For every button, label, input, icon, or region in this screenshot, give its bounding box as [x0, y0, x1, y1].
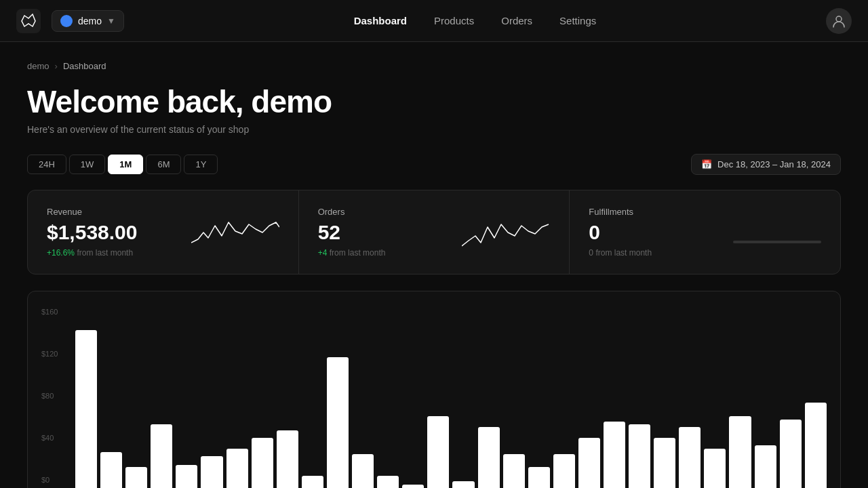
y-label-0: $0 [41, 476, 58, 484]
metrics-row: Revenue $1,538.00 +16.6% from last month… [27, 190, 841, 274]
bar-item [352, 454, 374, 488]
nav-link-orders[interactable]: Orders [501, 15, 532, 26]
chevron-down-icon: ▼ [107, 16, 115, 26]
navbar: demo ▼ Dashboard Products Orders Setting… [0, 0, 868, 42]
bar-item [578, 438, 600, 488]
metric-card-revenue: Revenue $1,538.00 +16.6% from last month [28, 190, 299, 274]
date-range-picker[interactable]: 📅 Dec 18, 2023 – Jan 18, 2024 [691, 154, 841, 175]
nav-links: Dashboard Products Orders Settings [354, 15, 597, 26]
bar-item [452, 481, 474, 488]
metric-label-revenue: Revenue [47, 207, 137, 217]
metric-value-fulfillments: 0 [589, 221, 652, 244]
bar-item [377, 476, 399, 488]
bar-item [151, 424, 172, 488]
bar-item [780, 420, 802, 488]
logo-icon[interactable] [16, 9, 41, 33]
metric-change-amount: +16.6% [47, 248, 75, 258]
user-avatar[interactable] [826, 8, 852, 34]
metric-change-orders: +4 from last month [318, 248, 386, 258]
time-btn-6m[interactable]: 6M [146, 155, 181, 174]
metric-change-suffix-orders: from last month [330, 248, 386, 258]
nav-link-products[interactable]: Products [434, 15, 474, 26]
sparkline-revenue [191, 212, 279, 253]
time-btn-1y[interactable]: 1Y [184, 155, 218, 174]
store-selector[interactable]: demo ▼ [52, 10, 124, 32]
metric-change-revenue: +16.6% from last month [47, 248, 137, 258]
time-btn-24h[interactable]: 24H [27, 155, 66, 174]
metric-info-fulfillments: Fulfillments 0 0 from last month [589, 207, 652, 258]
bar-item [528, 467, 550, 488]
sparkline-orders [462, 212, 550, 253]
store-name: demo [78, 16, 102, 26]
main-content: demo › Dashboard Welcome back, demo Here… [0, 42, 868, 488]
y-label-80: $80 [41, 392, 58, 400]
metric-change-suffix: from last month [77, 248, 133, 258]
metric-card-fulfillments: Fulfillments 0 0 from last month [570, 190, 840, 274]
bar-item [402, 485, 424, 488]
metric-card-orders: Orders 52 +4 from last month [299, 190, 570, 274]
svg-point-1 [836, 16, 842, 22]
metric-change-amount-fulfillments: 0 [589, 248, 593, 258]
bar-item [201, 456, 222, 488]
bar-item [226, 449, 248, 488]
bar-item [478, 427, 500, 488]
bar-item [277, 430, 298, 488]
bar-item [327, 357, 349, 488]
bar-item [75, 330, 97, 488]
metric-label-orders: Orders [318, 207, 386, 217]
date-range-label: Dec 18, 2023 – Jan 18, 2024 [717, 159, 831, 169]
y-label-120: $120 [41, 350, 58, 358]
metric-value-revenue: $1,538.00 [47, 221, 137, 244]
filters-row: 24H 1W 1M 6M 1Y 📅 Dec 18, 2023 – Jan 18,… [27, 154, 841, 175]
time-btn-1w[interactable]: 1W [69, 155, 106, 174]
breadcrumb-sep: › [55, 61, 58, 71]
bar-chart: $0 $40 $80 $120 $160 [27, 291, 841, 488]
bar-item [604, 422, 625, 488]
y-label-40: $40 [41, 434, 58, 442]
bar-item [252, 438, 273, 488]
bar-item [125, 467, 147, 488]
nav-left: demo ▼ [16, 9, 124, 33]
bar-item [704, 449, 726, 488]
chart-bars-area [75, 308, 827, 488]
metric-value-orders: 52 [318, 221, 386, 244]
bar-item [302, 476, 323, 488]
bar-item [503, 454, 525, 488]
metric-change-amount-orders: +4 [318, 248, 328, 258]
sparkline-fulfillments [733, 241, 821, 243]
breadcrumb-root: demo [27, 61, 50, 71]
nav-right [826, 8, 852, 34]
nav-link-dashboard[interactable]: Dashboard [354, 15, 407, 26]
page-subtitle: Here's an overview of the current status… [27, 124, 841, 135]
svg-rect-0 [16, 9, 41, 33]
chart-y-labels: $0 $40 $80 $120 $160 [41, 308, 58, 484]
bar-item [553, 454, 575, 488]
breadcrumb-current: Dashboard [63, 61, 106, 71]
store-dot [60, 15, 73, 27]
bar-item [100, 452, 122, 488]
breadcrumb: demo › Dashboard [27, 61, 841, 71]
bar-item [654, 438, 675, 488]
bar-item [427, 416, 449, 488]
metric-info-revenue: Revenue $1,538.00 +16.6% from last month [47, 207, 137, 258]
nav-link-settings[interactable]: Settings [559, 15, 596, 26]
page-title: Welcome back, demo [27, 83, 841, 120]
bar-item [805, 403, 827, 488]
metric-label-fulfillments: Fulfillments [589, 207, 652, 217]
calendar-icon: 📅 [701, 159, 712, 169]
bar-item [176, 465, 197, 488]
metric-change-suffix-fulfillments: from last month [595, 248, 652, 258]
bar-item [729, 416, 751, 488]
bar-item [755, 445, 776, 488]
time-btn-1m[interactable]: 1M [108, 155, 143, 174]
metric-change-fulfillments: 0 from last month [589, 248, 652, 258]
time-filters: 24H 1W 1M 6M 1Y [27, 155, 218, 174]
bar-item [629, 424, 650, 488]
y-label-160: $160 [41, 308, 58, 316]
bar-item [679, 427, 701, 488]
metric-info-orders: Orders 52 +4 from last month [318, 207, 386, 258]
